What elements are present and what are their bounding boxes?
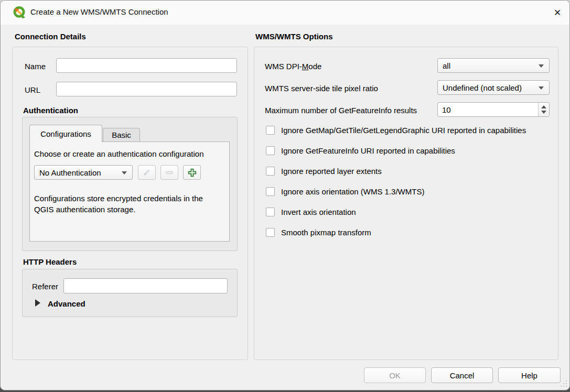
- plus-icon: [187, 168, 197, 178]
- tile-pixel-ratio-dropdown[interactable]: Undefined (not scaled): [437, 80, 550, 95]
- spin-up-icon[interactable]: [541, 105, 546, 108]
- chevron-down-icon: [539, 86, 544, 90]
- connection-details-heading: Connection Details: [15, 32, 86, 41]
- invert-axis-orientation-label[interactable]: Invert axis orientation: [281, 208, 356, 216]
- advanced-expander-label[interactable]: Advanced: [48, 299, 85, 308]
- resize-grip[interactable]: [561, 380, 567, 387]
- chevron-down-icon: [122, 171, 127, 175]
- edit-auth-config-button[interactable]: [138, 165, 156, 180]
- help-button-label: Help: [521, 371, 537, 380]
- add-auth-config-button[interactable]: [183, 165, 201, 180]
- authentication-heading: Authentication: [23, 106, 78, 115]
- dpi-mode-dropdown[interactable]: all: [437, 58, 550, 73]
- help-button[interactable]: Help: [498, 367, 561, 383]
- ignore-axis-orientation-label[interactable]: Ignore axis orientation (WMS 1.3/WMTS): [281, 187, 424, 196]
- url-label: URL: [25, 85, 40, 94]
- advanced-expander-icon[interactable]: [35, 299, 40, 307]
- minus-icon: [165, 168, 174, 177]
- wms-options-heading: WMS/WMTS Options: [255, 32, 332, 41]
- ignore-getfeatureinfo-uri-label[interactable]: Ignore GetFeatureInfo URI reported in ca…: [281, 146, 455, 155]
- tile-pixel-ratio-label: WMTS server-side tile pixel ratio: [265, 84, 378, 93]
- ignore-getfeatureinfo-uri-checkbox[interactable]: [266, 146, 275, 155]
- pencil-icon: [142, 168, 152, 177]
- qgis-logo-icon: [12, 5, 26, 19]
- name-label: Name: [25, 62, 46, 71]
- ok-button[interactable]: OK: [364, 367, 426, 383]
- titlebar[interactable]: Create a New WMS/WMTS Connection ✕: [1, 1, 569, 25]
- url-field[interactable]: [56, 82, 237, 96]
- smooth-pixmap-transform-label[interactable]: Smooth pixmap transform: [281, 228, 371, 237]
- dpi-mode-label-prefix: WMS DPI-: [265, 62, 302, 71]
- referer-field[interactable]: [63, 278, 228, 293]
- tab-basic[interactable]: Basic: [103, 128, 140, 141]
- cancel-button[interactable]: Cancel: [431, 367, 493, 383]
- ignore-layer-extents-checkbox[interactable]: [266, 167, 275, 176]
- ignore-layer-extents-label[interactable]: Ignore reported layer extents: [281, 167, 382, 176]
- ignore-getmap-uri-checkbox[interactable]: [266, 126, 275, 135]
- wms-connection-dialog: Create a New WMS/WMTS Connection ✕ Conne…: [0, 0, 570, 390]
- smooth-pixmap-transform-checkbox[interactable]: [266, 228, 275, 237]
- auth-config-dropdown[interactable]: No Authentication: [34, 165, 133, 180]
- choose-config-text: Choose or create an authentication confi…: [34, 149, 204, 158]
- tile-pixel-ratio-dropdown-value: Undefined (not scaled): [443, 83, 522, 92]
- invert-axis-orientation-checkbox[interactable]: [266, 208, 275, 216]
- spinner-buttons[interactable]: [538, 103, 549, 116]
- spin-down-icon[interactable]: [541, 111, 546, 114]
- tab-configurations[interactable]: Configurations: [29, 125, 102, 142]
- dpi-mode-label-suffix: ode: [308, 62, 321, 71]
- auth-config-dropdown-value: No Authentication: [39, 168, 101, 177]
- ignore-getmap-uri-label[interactable]: Ignore GetMap/GetTile/GetLegendGraphic U…: [281, 126, 526, 135]
- ok-button-label: OK: [389, 371, 401, 380]
- dpi-mode-dropdown-value: all: [443, 61, 450, 70]
- ignore-axis-orientation-checkbox[interactable]: [266, 187, 275, 196]
- window-title: Create a New WMS/WMTS Connection: [30, 7, 168, 16]
- tab-configurations-label: Configurations: [40, 129, 91, 138]
- cancel-button-label: Cancel: [450, 371, 475, 380]
- http-headers-heading: HTTP Headers: [23, 257, 77, 266]
- tab-basic-label: Basic: [112, 130, 131, 139]
- dpi-mode-label-mnemonic: M: [302, 62, 309, 71]
- max-results-input[interactable]: [438, 103, 537, 116]
- chevron-down-icon: [539, 64, 544, 68]
- max-results-label: Maximum number of GetFeatureInfo results: [265, 106, 417, 115]
- auth-storage-note: Configurations store encrypted credentia…: [34, 193, 224, 215]
- referer-label: Referer: [32, 282, 58, 291]
- name-field[interactable]: [56, 58, 237, 73]
- close-icon[interactable]: ✕: [548, 5, 567, 20]
- remove-auth-config-button[interactable]: [160, 165, 178, 180]
- dpi-mode-label: WMS DPI-Mode: [265, 62, 321, 71]
- max-results-spinner[interactable]: [437, 102, 550, 117]
